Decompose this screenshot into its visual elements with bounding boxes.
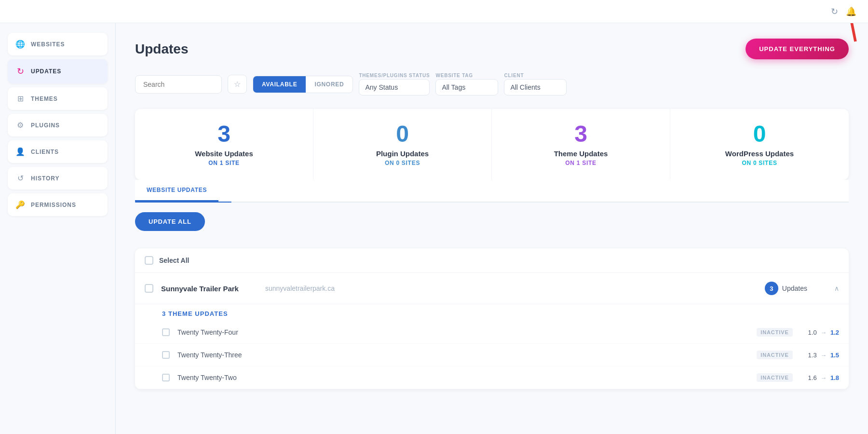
updates-text: Updates <box>782 285 807 292</box>
sidebar-label-plugins: Plugins <box>31 122 60 129</box>
tab-available[interactable]: AVAILABLE <box>253 76 306 93</box>
theme-name-2: Twenty Twenty-Two <box>177 374 757 381</box>
stat-theme-updates: 3 Theme Updates ON 1 SITE <box>492 109 670 180</box>
site-row: Sunnyvale Trailer Park sunnyvaletrailerp… <box>135 273 849 304</box>
sidebar-item-plugins[interactable]: ⚙ Plugins <box>8 114 108 136</box>
sidebar-item-websites[interactable]: 🌐 Websites <box>8 33 108 55</box>
sidebar-label-permissions: Permissions <box>31 202 76 208</box>
tab-website-updates[interactable]: Website Updates <box>135 180 218 202</box>
stat-theme-number: 3 <box>502 122 660 146</box>
site-checkbox[interactable] <box>145 284 153 293</box>
theme-name-1: Twenty Twenty-Three <box>177 351 757 359</box>
stat-wordpress-label: WordPress Updates <box>680 149 839 158</box>
stat-plugin-sublabel: ON 0 SITES <box>323 160 482 166</box>
sidebar: 🌐 Websites ↻ Updates ⊞ Themes ⚙ Plugins … <box>0 23 116 434</box>
stat-wordpress-number: 0 <box>680 122 839 146</box>
star-button[interactable]: ☆ <box>228 75 247 94</box>
select-all-row: Select All <box>135 248 849 273</box>
refresh-icon[interactable]: ↻ <box>831 6 838 17</box>
stat-wordpress-sublabel: ON 0 SITES <box>680 160 839 166</box>
sidebar-label-clients: Clients <box>31 149 59 155</box>
sidebar-label-websites: Websites <box>31 41 65 48</box>
svg-line-1 <box>850 23 855 41</box>
clients-icon: 👤 <box>15 147 25 156</box>
main-content: Updates UPDATE EVERYTHING ☆ AVAIL <box>116 23 868 434</box>
theme-status-0: INACTIVE <box>757 328 792 337</box>
sidebar-item-history[interactable]: ↺ History <box>8 167 108 190</box>
page-header: Updates UPDATE EVERYTHING <box>135 39 849 59</box>
sidebar-item-themes[interactable]: ⊞ Themes <box>8 87 108 110</box>
tag-filter-select[interactable]: All Tags <box>435 79 498 95</box>
status-filter-select[interactable]: Any Status <box>359 79 430 95</box>
sidebar-item-updates[interactable]: ↻ Updates <box>8 59 108 83</box>
globe-icon: 🌐 <box>15 40 25 49</box>
permissions-icon: 🔑 <box>15 200 25 209</box>
status-filter-group: THEMES/PLUGINS STATUS Any Status <box>359 73 430 95</box>
stat-wordpress-updates: 0 WordPress Updates ON 0 SITES <box>670 109 849 180</box>
search-input[interactable] <box>135 75 222 94</box>
filters-row: ☆ AVAILABLE IGNORED THEMES/PLUGINS STATU… <box>135 73 849 95</box>
page-title: Updates <box>135 41 188 57</box>
table-row: Twenty Twenty-Four INACTIVE 1.0 → 1.2 <box>135 321 849 344</box>
stat-website-label: Website Updates <box>145 149 303 158</box>
sidebar-item-clients[interactable]: 👤 Clients <box>8 140 108 163</box>
updates-table: Select All Sunnyvale Trailer Park sunnyv… <box>135 248 849 389</box>
sidebar-label-themes: Themes <box>31 95 58 102</box>
refresh-icon: ↻ <box>15 66 25 77</box>
stat-theme-label: Theme Updates <box>502 149 660 158</box>
theme-checkbox-1[interactable] <box>162 351 170 359</box>
chevron-up-icon[interactable]: ∧ <box>834 285 839 292</box>
theme-status-2: INACTIVE <box>757 373 792 382</box>
theme-name-0: Twenty Twenty-Four <box>177 328 757 336</box>
select-all-checkbox[interactable] <box>145 256 153 265</box>
theme-version-2: 1.6 → 1.8 <box>808 374 839 381</box>
site-url: sunnyvaletrailerpark.ca <box>265 285 757 292</box>
stat-theme-sublabel: ON 1 SITE <box>502 160 660 166</box>
stat-website-number: 3 <box>145 122 303 146</box>
sidebar-item-permissions[interactable]: 🔑 Permissions <box>8 193 108 216</box>
sidebar-label-history: History <box>31 175 59 182</box>
sidebar-label-updates: Updates <box>31 68 61 75</box>
theme-version-1: 1.3 → 1.5 <box>808 352 839 359</box>
update-everything-container: UPDATE EVERYTHING <box>746 39 849 59</box>
theme-checkbox-2[interactable] <box>162 374 170 381</box>
themes-icon: ⊞ <box>15 94 25 103</box>
plugins-icon: ⚙ <box>15 121 25 130</box>
client-filter-group: CLIENT All Clients <box>504 73 567 95</box>
tabs-active-indicator <box>135 202 231 203</box>
main-layout: 🌐 Websites ↻ Updates ⊞ Themes ⚙ Plugins … <box>0 23 868 434</box>
theme-status-1: INACTIVE <box>757 351 792 359</box>
status-filter-label: THEMES/PLUGINS STATUS <box>359 73 430 78</box>
theme-updates-section-label: 3 THEME UPDATES <box>135 304 849 321</box>
tab-ignored[interactable]: IGNORED <box>306 76 353 93</box>
update-tabs: Website Updates <box>135 180 849 202</box>
updates-count-badge: 3 <box>765 282 778 295</box>
site-name: Sunnyvale Trailer Park <box>161 285 258 293</box>
stat-website-sublabel: ON 1 SITE <box>145 160 303 166</box>
stat-plugin-number: 0 <box>323 122 482 146</box>
stat-plugin-updates: 0 Plugin Updates ON 0 SITES <box>313 109 492 180</box>
history-icon: ↺ <box>15 174 25 183</box>
updates-badge: 3 Updates <box>765 282 807 295</box>
status-tab-group: AVAILABLE IGNORED <box>253 76 353 93</box>
update-everything-button[interactable]: UPDATE EVERYTHING <box>746 39 849 59</box>
stat-website-updates: 3 Website Updates ON 1 SITE <box>135 109 313 180</box>
tag-filter-label: WEBSITE TAG <box>435 73 498 78</box>
tag-filter-group: WEBSITE TAG All Tags <box>435 73 498 95</box>
table-row: Twenty Twenty-Three INACTIVE 1.3 → 1.5 <box>135 344 849 366</box>
update-tabs-container: Website Updates <box>135 180 849 203</box>
client-filter-label: CLIENT <box>504 73 567 78</box>
stats-row: 3 Website Updates ON 1 SITE 0 Plugin Upd… <box>135 109 849 180</box>
update-all-button[interactable]: UPDATE ALL <box>135 212 205 231</box>
theme-version-0: 1.0 → 1.2 <box>808 329 839 336</box>
theme-checkbox-0[interactable] <box>162 328 170 336</box>
stat-plugin-label: Plugin Updates <box>323 149 482 158</box>
bell-icon[interactable]: 🔔 <box>846 6 856 17</box>
tabs-divider <box>135 202 849 203</box>
table-row: Twenty Twenty-Two INACTIVE 1.6 → 1.8 <box>135 366 849 389</box>
top-bar: ↻ 🔔 <box>0 0 868 23</box>
client-filter-select[interactable]: All Clients <box>504 79 567 95</box>
select-all-label: Select All <box>159 257 190 264</box>
